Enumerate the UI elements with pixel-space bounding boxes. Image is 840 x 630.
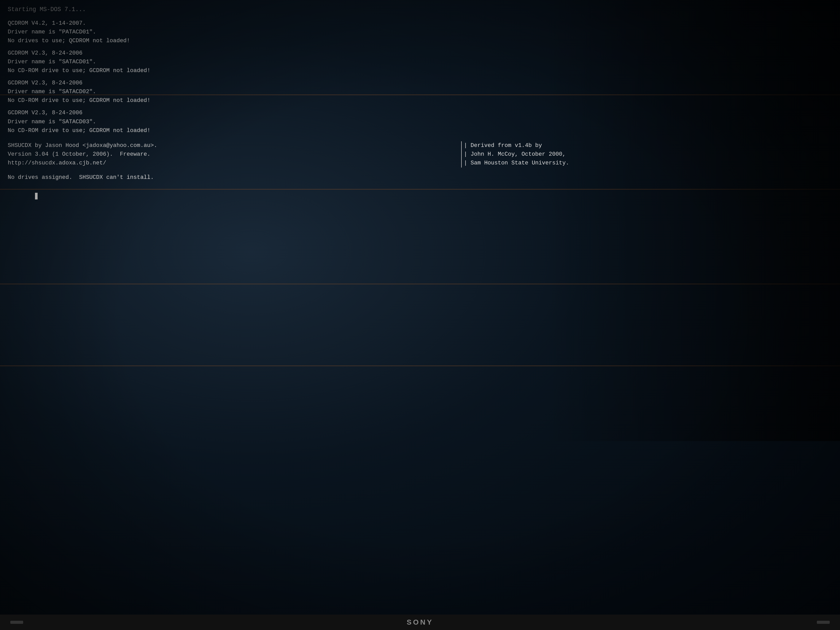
header-text: Starting MS-DOS 7.1... [8,6,86,13]
gcdrom3-line-3: No CD-ROM drive to use; GCDROM not loade… [8,126,832,135]
qcdrom-block: QCDROM V4.2, 1-14-2007. Driver name is "… [8,19,832,45]
gcdrom3-line-2: Driver name is "SATACD03". [8,118,832,126]
gcdrom3-block: GCDROM V2.3, 8-24-2006 Driver name is "S… [8,109,832,135]
qcdrom-line-1: QCDROM V4.2, 1-14-2007. [8,19,832,28]
shsucdx-row-2: Version 3.04 (1 October, 2006). Freeware… [8,150,832,159]
cursor-line [8,182,832,208]
terminal-cursor [35,193,38,199]
gcdrom2-line-1: GCDROM V2.3, 8-24-2006 [8,79,832,87]
shsucdx-right-3: | Sam Houston State University. [461,159,832,167]
gcdrom1-block: GCDROM V2.3, 8-24-2006 Driver name is "S… [8,49,832,75]
gcdrom2-line-2: Driver name is "SATACD02". [8,87,832,96]
hw-button-left [10,621,23,624]
shsucdx-row-1: SHSUCDX by Jason Hood <jadoxa@yahoo.com.… [8,141,832,150]
shsucdx-right-1: | Derived from v1.4b by [461,141,832,150]
laptop-screen: Starting MS-DOS 7.1... QCDROM V4.2, 1-14… [0,0,840,630]
sony-brand-label: SONY [407,618,433,627]
laptop-bezel-bottom: SONY [0,614,840,630]
shsucdx-left-3: http://shsucdx.adoxa.cjb.net/ [8,159,461,167]
hw-button-right [817,621,830,624]
bezel-buttons: SONY [0,614,840,630]
gcdrom3-line-1: GCDROM V2.3, 8-24-2006 [8,109,832,117]
final-block: No drives assigned. SHSUCDX can't instal… [8,173,832,208]
shsucdx-right-2: | John H. McCoy, October 2000, [461,150,832,159]
gcdrom2-block: GCDROM V2.3, 8-24-2006 Driver name is "S… [8,79,832,105]
ms-dos-header: Starting MS-DOS 7.1... [8,5,832,14]
gcdrom1-line-3: No CD-ROM drive to use; GCDROM not loade… [8,66,832,75]
shsucdx-block: SHSUCDX by Jason Hood <jadoxa@yahoo.com.… [8,141,832,167]
final-line: No drives assigned. SHSUCDX can't instal… [8,173,832,182]
gcdrom2-line-3: No CD-ROM drive to use; GCDROM not loade… [8,96,832,105]
shsucdx-left-1: SHSUCDX by Jason Hood <jadoxa@yahoo.com.… [8,141,461,150]
shsucdx-row-3: http://shsucdx.adoxa.cjb.net/ | Sam Hous… [8,159,832,167]
gcdrom1-line-2: Driver name is "SATACD01". [8,58,832,66]
gcdrom1-line-1: GCDROM V2.3, 8-24-2006 [8,49,832,58]
terminal-output: Starting MS-DOS 7.1... QCDROM V4.2, 1-14… [0,0,840,630]
shsucdx-left-2: Version 3.04 (1 October, 2006). Freeware… [8,150,461,159]
qcdrom-line-3: No drives to use; QCDROM not loaded! [8,36,832,45]
qcdrom-line-2: Driver name is "PATACD01". [8,28,832,36]
